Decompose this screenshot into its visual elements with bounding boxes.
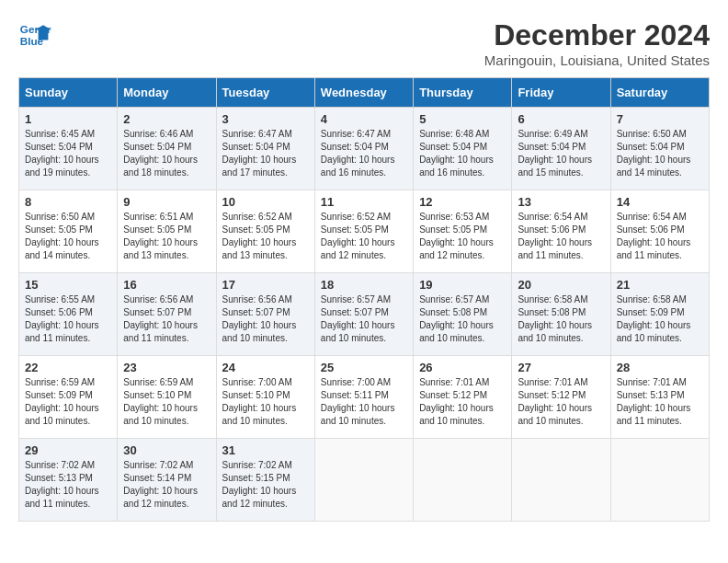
calendar-cell: 9 Sunrise: 6:51 AMSunset: 5:05 PMDayligh… bbox=[118, 190, 216, 273]
calendar-week-row: 8 Sunrise: 6:50 AMSunset: 5:05 PMDayligh… bbox=[19, 190, 710, 273]
cell-info: Sunrise: 6:48 AMSunset: 5:04 PMDaylight:… bbox=[419, 129, 494, 178]
calendar-cell: 26 Sunrise: 7:01 AMSunset: 5:12 PMDaylig… bbox=[414, 356, 512, 439]
cell-info: Sunrise: 7:02 AMSunset: 5:14 PMDaylight:… bbox=[123, 460, 198, 509]
calendar-cell: 10 Sunrise: 6:52 AMSunset: 5:05 PMDaylig… bbox=[216, 190, 314, 273]
subtitle: Maringouin, Louisiana, United States bbox=[484, 52, 710, 68]
cell-info: Sunrise: 6:58 AMSunset: 5:08 PMDaylight:… bbox=[518, 294, 592, 343]
day-number: 5 bbox=[419, 112, 506, 126]
day-number: 27 bbox=[518, 361, 604, 374]
calendar-week-row: 22 Sunrise: 6:59 AMSunset: 5:09 PMDaylig… bbox=[19, 356, 710, 439]
day-number: 24 bbox=[222, 361, 309, 374]
day-number: 21 bbox=[617, 278, 703, 292]
cell-info: Sunrise: 7:01 AMSunset: 5:13 PMDaylight:… bbox=[617, 377, 691, 426]
day-number: 20 bbox=[518, 278, 604, 292]
calendar-cell: 14 Sunrise: 6:54 AMSunset: 5:06 PMDaylig… bbox=[610, 190, 709, 273]
calendar-cell: 7 Sunrise: 6:50 AMSunset: 5:04 PMDayligh… bbox=[610, 108, 709, 190]
cell-info: Sunrise: 6:47 AMSunset: 5:04 PMDaylight:… bbox=[222, 129, 297, 178]
cell-info: Sunrise: 6:52 AMSunset: 5:05 PMDaylight:… bbox=[321, 212, 395, 260]
title-block: December 2024 Maringouin, Louisiana, Uni… bbox=[484, 18, 710, 68]
calendar-cell: 2 Sunrise: 6:46 AMSunset: 5:04 PMDayligh… bbox=[118, 108, 216, 190]
day-number: 14 bbox=[617, 195, 703, 209]
calendar-cell bbox=[610, 439, 709, 522]
cell-info: Sunrise: 6:47 AMSunset: 5:04 PMDaylight:… bbox=[321, 129, 395, 178]
cell-info: Sunrise: 6:51 AMSunset: 5:05 PMDaylight:… bbox=[123, 212, 198, 260]
calendar-cell: 17 Sunrise: 6:56 AMSunset: 5:07 PMDaylig… bbox=[216, 273, 314, 356]
day-number: 25 bbox=[321, 361, 407, 374]
day-number: 19 bbox=[419, 278, 506, 292]
cell-info: Sunrise: 6:59 AMSunset: 5:10 PMDaylight:… bbox=[123, 377, 198, 426]
day-number: 9 bbox=[123, 195, 210, 209]
day-number: 1 bbox=[25, 112, 111, 126]
header-cell-friday: Friday bbox=[512, 78, 610, 108]
cell-info: Sunrise: 7:00 AMSunset: 5:11 PMDaylight:… bbox=[321, 377, 395, 426]
day-number: 31 bbox=[222, 443, 309, 457]
calendar-cell: 11 Sunrise: 6:52 AMSunset: 5:05 PMDaylig… bbox=[314, 190, 413, 273]
day-number: 16 bbox=[123, 278, 210, 292]
calendar-cell: 12 Sunrise: 6:53 AMSunset: 5:05 PMDaylig… bbox=[414, 190, 512, 273]
calendar-cell bbox=[512, 439, 610, 522]
cell-info: Sunrise: 7:01 AMSunset: 5:12 PMDaylight:… bbox=[419, 377, 494, 426]
day-number: 22 bbox=[25, 361, 111, 374]
day-number: 2 bbox=[123, 112, 210, 126]
day-number: 6 bbox=[518, 112, 604, 126]
calendar-cell: 29 Sunrise: 7:02 AMSunset: 5:13 PMDaylig… bbox=[19, 439, 118, 522]
cell-info: Sunrise: 6:59 AMSunset: 5:09 PMDaylight:… bbox=[25, 377, 99, 426]
cell-info: Sunrise: 6:56 AMSunset: 5:07 PMDaylight:… bbox=[222, 294, 297, 343]
day-number: 4 bbox=[321, 112, 407, 126]
cell-info: Sunrise: 6:57 AMSunset: 5:07 PMDaylight:… bbox=[321, 294, 395, 343]
day-number: 10 bbox=[222, 195, 309, 209]
calendar-cell: 16 Sunrise: 6:56 AMSunset: 5:07 PMDaylig… bbox=[118, 273, 216, 356]
cell-info: Sunrise: 6:52 AMSunset: 5:05 PMDaylight:… bbox=[222, 212, 297, 260]
cell-info: Sunrise: 6:45 AMSunset: 5:04 PMDaylight:… bbox=[25, 129, 99, 178]
calendar-cell: 15 Sunrise: 6:55 AMSunset: 5:06 PMDaylig… bbox=[19, 273, 118, 356]
cell-info: Sunrise: 7:02 AMSunset: 5:15 PMDaylight:… bbox=[222, 460, 297, 509]
header-cell-tuesday: Tuesday bbox=[216, 78, 314, 108]
header-cell-saturday: Saturday bbox=[610, 78, 709, 108]
calendar-cell: 23 Sunrise: 6:59 AMSunset: 5:10 PMDaylig… bbox=[118, 356, 216, 439]
calendar-cell: 8 Sunrise: 6:50 AMSunset: 5:05 PMDayligh… bbox=[19, 190, 118, 273]
calendar-cell bbox=[414, 439, 512, 522]
calendar-cell: 19 Sunrise: 6:57 AMSunset: 5:08 PMDaylig… bbox=[414, 273, 512, 356]
cell-info: Sunrise: 6:58 AMSunset: 5:09 PMDaylight:… bbox=[617, 294, 691, 343]
calendar-week-row: 1 Sunrise: 6:45 AMSunset: 5:04 PMDayligh… bbox=[19, 108, 710, 190]
cell-info: Sunrise: 7:00 AMSunset: 5:10 PMDaylight:… bbox=[222, 377, 297, 426]
calendar-cell: 27 Sunrise: 7:01 AMSunset: 5:12 PMDaylig… bbox=[512, 356, 610, 439]
header-cell-monday: Monday bbox=[118, 78, 216, 108]
cell-info: Sunrise: 6:54 AMSunset: 5:06 PMDaylight:… bbox=[518, 212, 592, 260]
header-cell-wednesday: Wednesday bbox=[314, 78, 413, 108]
calendar-cell: 22 Sunrise: 6:59 AMSunset: 5:09 PMDaylig… bbox=[19, 356, 118, 439]
day-number: 7 bbox=[617, 112, 703, 126]
logo: General Blue bbox=[18, 18, 51, 52]
cell-info: Sunrise: 6:53 AMSunset: 5:05 PMDaylight:… bbox=[419, 212, 494, 260]
cell-info: Sunrise: 7:02 AMSunset: 5:13 PMDaylight:… bbox=[25, 460, 99, 509]
calendar-cell: 5 Sunrise: 6:48 AMSunset: 5:04 PMDayligh… bbox=[414, 108, 512, 190]
calendar: SundayMondayTuesdayWednesdayThursdayFrid… bbox=[18, 77, 710, 522]
calendar-cell: 25 Sunrise: 7:00 AMSunset: 5:11 PMDaylig… bbox=[314, 356, 413, 439]
cell-info: Sunrise: 6:55 AMSunset: 5:06 PMDaylight:… bbox=[25, 294, 99, 343]
header-cell-thursday: Thursday bbox=[414, 78, 512, 108]
main-title: December 2024 bbox=[484, 18, 710, 52]
cell-info: Sunrise: 6:56 AMSunset: 5:07 PMDaylight:… bbox=[123, 294, 198, 343]
calendar-cell: 1 Sunrise: 6:45 AMSunset: 5:04 PMDayligh… bbox=[19, 108, 118, 190]
day-number: 18 bbox=[321, 278, 407, 292]
day-number: 11 bbox=[321, 195, 407, 209]
cell-info: Sunrise: 6:50 AMSunset: 5:04 PMDaylight:… bbox=[617, 129, 691, 178]
calendar-cell: 13 Sunrise: 6:54 AMSunset: 5:06 PMDaylig… bbox=[512, 190, 610, 273]
day-number: 28 bbox=[617, 361, 703, 374]
day-number: 3 bbox=[222, 112, 309, 126]
cell-info: Sunrise: 6:49 AMSunset: 5:04 PMDaylight:… bbox=[518, 129, 592, 178]
calendar-cell: 6 Sunrise: 6:49 AMSunset: 5:04 PMDayligh… bbox=[512, 108, 610, 190]
calendar-cell: 21 Sunrise: 6:58 AMSunset: 5:09 PMDaylig… bbox=[610, 273, 709, 356]
day-number: 30 bbox=[123, 443, 210, 457]
calendar-week-row: 29 Sunrise: 7:02 AMSunset: 5:13 PMDaylig… bbox=[19, 439, 710, 522]
day-number: 15 bbox=[25, 278, 111, 292]
calendar-cell: 28 Sunrise: 7:01 AMSunset: 5:13 PMDaylig… bbox=[610, 356, 709, 439]
day-number: 17 bbox=[222, 278, 309, 292]
calendar-cell: 31 Sunrise: 7:02 AMSunset: 5:15 PMDaylig… bbox=[216, 439, 314, 522]
day-number: 12 bbox=[419, 195, 506, 209]
calendar-cell bbox=[314, 439, 413, 522]
day-number: 23 bbox=[123, 361, 210, 374]
day-number: 29 bbox=[25, 443, 111, 457]
day-number: 26 bbox=[419, 361, 506, 374]
calendar-header-row: SundayMondayTuesdayWednesdayThursdayFrid… bbox=[19, 78, 710, 108]
